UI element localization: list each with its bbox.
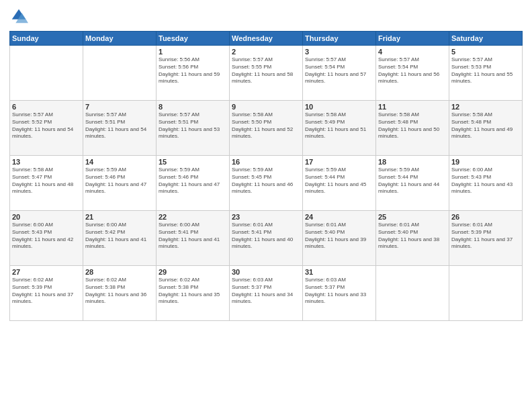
day-number: 6 [12, 103, 81, 111]
day-number: 19 [451, 158, 520, 166]
day-number: 22 [159, 213, 227, 221]
calendar-cell: 28Sunrise: 6:02 AM Sunset: 5:38 PM Dayli… [83, 266, 157, 321]
day-number: 12 [451, 103, 520, 111]
day-info: Sunrise: 5:57 AM Sunset: 5:51 PM Dayligh… [159, 111, 227, 140]
day-info: Sunrise: 5:59 AM Sunset: 5:44 PM Dayligh… [378, 167, 447, 195]
calendar-cell: 5Sunrise: 5:57 AM Sunset: 5:53 PM Daylig… [449, 46, 523, 101]
day-number: 23 [232, 213, 300, 221]
calendar-cell: 8Sunrise: 5:57 AM Sunset: 5:51 PM Daylig… [157, 101, 230, 156]
weekday-header: Saturday [449, 32, 523, 46]
day-number: 11 [378, 103, 447, 111]
calendar-cell: 12Sunrise: 5:58 AM Sunset: 5:48 PM Dayli… [449, 101, 523, 156]
header [9, 7, 523, 26]
calendar-cell: 15Sunrise: 5:59 AM Sunset: 5:46 PM Dayli… [157, 156, 230, 211]
calendar-cell: 10Sunrise: 5:58 AM Sunset: 5:49 PM Dayli… [303, 101, 376, 156]
calendar-cell: 2Sunrise: 5:57 AM Sunset: 5:55 PM Daylig… [230, 46, 303, 101]
calendar-cell: 3Sunrise: 5:57 AM Sunset: 5:54 PM Daylig… [303, 46, 376, 101]
day-info: Sunrise: 6:00 AM Sunset: 5:41 PM Dayligh… [159, 222, 227, 250]
calendar-cell: 25Sunrise: 6:01 AM Sunset: 5:40 PM Dayli… [376, 211, 449, 266]
day-info: Sunrise: 5:57 AM Sunset: 5:53 PM Dayligh… [451, 56, 520, 85]
day-number: 8 [159, 103, 227, 111]
day-info: Sunrise: 6:02 AM Sunset: 5:38 PM Dayligh… [85, 277, 154, 306]
day-info: Sunrise: 5:59 AM Sunset: 5:46 PM Dayligh… [85, 167, 154, 195]
weekday-header: Tuesday [157, 32, 230, 46]
day-info: Sunrise: 6:00 AM Sunset: 5:43 PM Dayligh… [451, 167, 520, 195]
day-info: Sunrise: 6:01 AM Sunset: 5:41 PM Dayligh… [232, 222, 300, 250]
weekday-header: Wednesday [230, 32, 303, 46]
calendar-cell: 22Sunrise: 6:00 AM Sunset: 5:41 PM Dayli… [157, 211, 230, 266]
calendar-cell: 21Sunrise: 6:00 AM Sunset: 5:42 PM Dayli… [83, 211, 157, 266]
day-number: 20 [12, 213, 81, 221]
day-number: 9 [232, 103, 300, 111]
day-info: Sunrise: 5:57 AM Sunset: 5:55 PM Dayligh… [232, 56, 300, 85]
logo [9, 7, 31, 26]
calendar-week-row: 20Sunrise: 6:00 AM Sunset: 5:43 PM Dayli… [10, 211, 523, 266]
day-info: Sunrise: 5:57 AM Sunset: 5:54 PM Dayligh… [378, 56, 447, 85]
day-number: 16 [232, 158, 300, 166]
day-number: 28 [85, 268, 154, 276]
calendar-cell: 6Sunrise: 5:57 AM Sunset: 5:52 PM Daylig… [10, 101, 83, 156]
day-number: 7 [85, 103, 154, 111]
day-number: 21 [85, 213, 154, 221]
calendar-cell: 14Sunrise: 5:59 AM Sunset: 5:46 PM Dayli… [83, 156, 157, 211]
day-number: 30 [232, 268, 300, 276]
weekday-header: Friday [376, 32, 449, 46]
day-info: Sunrise: 6:01 AM Sunset: 5:40 PM Dayligh… [305, 222, 373, 250]
calendar-cell [10, 46, 83, 101]
day-number: 31 [305, 268, 373, 276]
calendar-cell: 17Sunrise: 5:59 AM Sunset: 5:44 PM Dayli… [303, 156, 376, 211]
day-number: 18 [378, 158, 447, 166]
calendar-cell [449, 266, 523, 321]
day-number: 24 [305, 213, 373, 221]
day-info: Sunrise: 5:58 AM Sunset: 5:47 PM Dayligh… [12, 167, 81, 195]
day-info: Sunrise: 5:57 AM Sunset: 5:54 PM Dayligh… [305, 56, 373, 85]
day-number: 2 [232, 48, 300, 56]
day-number: 14 [85, 158, 154, 166]
day-number: 15 [159, 158, 227, 166]
day-info: Sunrise: 6:01 AM Sunset: 5:40 PM Dayligh… [378, 222, 447, 250]
day-info: Sunrise: 6:03 AM Sunset: 5:37 PM Dayligh… [305, 277, 373, 306]
weekday-header: Thursday [303, 32, 376, 46]
day-info: Sunrise: 5:58 AM Sunset: 5:49 PM Dayligh… [305, 111, 373, 140]
day-number: 5 [451, 48, 520, 56]
logo-icon [9, 7, 28, 26]
calendar-cell: 7Sunrise: 5:57 AM Sunset: 5:51 PM Daylig… [83, 101, 157, 156]
day-number: 29 [159, 268, 227, 276]
day-info: Sunrise: 5:58 AM Sunset: 5:48 PM Dayligh… [451, 111, 520, 140]
calendar-week-row: 6Sunrise: 5:57 AM Sunset: 5:52 PM Daylig… [10, 101, 523, 156]
calendar-cell: 31Sunrise: 6:03 AM Sunset: 5:37 PM Dayli… [303, 266, 376, 321]
day-number: 26 [451, 213, 520, 221]
calendar-cell: 9Sunrise: 5:58 AM Sunset: 5:50 PM Daylig… [230, 101, 303, 156]
calendar-table: SundayMondayTuesdayWednesdayThursdayFrid… [9, 31, 523, 321]
weekday-header: Sunday [10, 32, 83, 46]
calendar-week-row: 27Sunrise: 6:02 AM Sunset: 5:39 PM Dayli… [10, 266, 523, 321]
calendar-cell: 19Sunrise: 6:00 AM Sunset: 5:43 PM Dayli… [449, 156, 523, 211]
day-info: Sunrise: 5:57 AM Sunset: 5:52 PM Dayligh… [12, 111, 81, 140]
calendar-cell: 1Sunrise: 5:56 AM Sunset: 5:56 PM Daylig… [157, 46, 230, 101]
calendar-cell: 13Sunrise: 5:58 AM Sunset: 5:47 PM Dayli… [10, 156, 83, 211]
calendar-cell: 11Sunrise: 5:58 AM Sunset: 5:48 PM Dayli… [376, 101, 449, 156]
day-info: Sunrise: 6:03 AM Sunset: 5:37 PM Dayligh… [232, 277, 300, 306]
day-number: 3 [305, 48, 373, 56]
calendar-cell: 26Sunrise: 6:01 AM Sunset: 5:39 PM Dayli… [449, 211, 523, 266]
day-info: Sunrise: 5:59 AM Sunset: 5:46 PM Dayligh… [159, 167, 227, 195]
day-number: 25 [378, 213, 447, 221]
day-info: Sunrise: 5:59 AM Sunset: 5:45 PM Dayligh… [232, 167, 300, 195]
calendar-container: SundayMondayTuesdayWednesdayThursdayFrid… [0, 0, 532, 411]
calendar-cell [83, 46, 157, 101]
calendar-body: 1Sunrise: 5:56 AM Sunset: 5:56 PM Daylig… [10, 46, 523, 321]
day-number: 1 [159, 48, 227, 56]
calendar-cell: 23Sunrise: 6:01 AM Sunset: 5:41 PM Dayli… [230, 211, 303, 266]
day-number: 13 [12, 158, 81, 166]
day-number: 27 [12, 268, 81, 276]
calendar-cell: 27Sunrise: 6:02 AM Sunset: 5:39 PM Dayli… [10, 266, 83, 321]
day-info: Sunrise: 6:02 AM Sunset: 5:39 PM Dayligh… [12, 277, 81, 306]
day-info: Sunrise: 6:00 AM Sunset: 5:43 PM Dayligh… [12, 222, 81, 250]
day-info: Sunrise: 5:57 AM Sunset: 5:51 PM Dayligh… [85, 111, 154, 140]
weekday-header: Monday [83, 32, 157, 46]
calendar-week-row: 13Sunrise: 5:58 AM Sunset: 5:47 PM Dayli… [10, 156, 523, 211]
calendar-cell: 29Sunrise: 6:02 AM Sunset: 5:38 PM Dayli… [157, 266, 230, 321]
calendar-cell: 16Sunrise: 5:59 AM Sunset: 5:45 PM Dayli… [230, 156, 303, 211]
day-number: 4 [378, 48, 447, 56]
weekday-row: SundayMondayTuesdayWednesdayThursdayFrid… [10, 32, 523, 46]
